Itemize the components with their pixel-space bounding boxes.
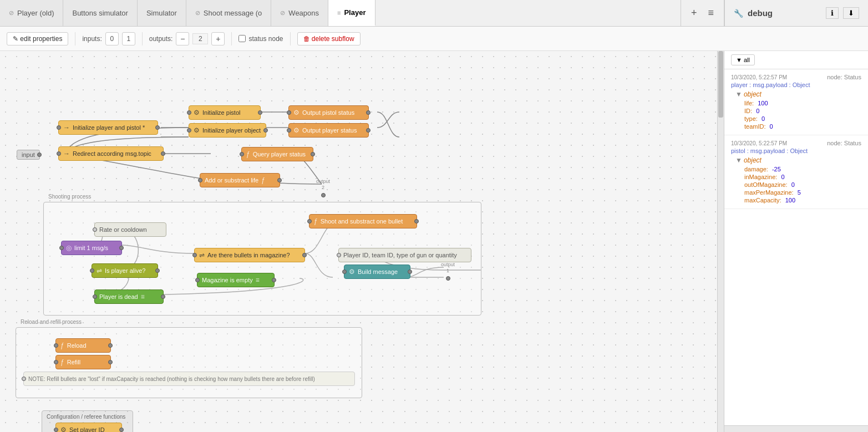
expand-icon-2[interactable]: ▼ bbox=[735, 156, 742, 164]
node-add-substract-life[interactable]: Add or substract life ƒ bbox=[200, 173, 280, 187]
node-set-player-id[interactable]: ⚙ Set player ID bbox=[55, 423, 122, 432]
port-right bbox=[155, 268, 160, 273]
port-right bbox=[119, 428, 124, 432]
debug-field-id: ID: 0 bbox=[735, 107, 861, 115]
port-right bbox=[302, 253, 307, 257]
port-right bbox=[408, 270, 412, 274]
tab-menu-button[interactable]: ≡ bbox=[704, 5, 717, 21]
outputs-count: 2 bbox=[192, 33, 208, 44]
list-icon: ≡ bbox=[141, 293, 145, 301]
outputs-minus-button[interactable]: − bbox=[176, 32, 189, 45]
node-reload[interactable]: ƒ Reload bbox=[55, 338, 111, 353]
node-init-player-obj[interactable]: ⚙ Initialize player object bbox=[189, 123, 266, 138]
debug-field-maxpermagazine: maxPerMagazine: 5 bbox=[735, 189, 861, 196]
node-player-dead[interactable]: Player is dead ≡ bbox=[94, 289, 164, 304]
port-right bbox=[272, 278, 276, 282]
port-left bbox=[57, 151, 61, 156]
port-left bbox=[59, 246, 64, 250]
debug-info-button[interactable]: ℹ bbox=[826, 7, 839, 19]
switch-icon2: ⇌ bbox=[199, 251, 205, 259]
outputs-plus-button[interactable]: + bbox=[211, 32, 225, 45]
node-shoot-substract[interactable]: ƒ Shoot and substract one bullet bbox=[309, 214, 417, 228]
port-right bbox=[108, 343, 113, 348]
func-icon10: ƒ bbox=[60, 358, 64, 366]
port-right bbox=[366, 128, 370, 133]
edit-properties-button[interactable]: ✎ edit properties bbox=[7, 32, 68, 45]
canvas-scrollbar[interactable] bbox=[717, 51, 724, 432]
port-left bbox=[187, 110, 191, 115]
node-redirect-msg[interactable]: → Redirect according msg.topic bbox=[58, 146, 164, 161]
node-build-message[interactable]: ⚙ Build message bbox=[344, 265, 410, 279]
scrollbar-thumb[interactable] bbox=[718, 51, 723, 118]
debug-toolbar: ▼ all bbox=[724, 51, 868, 69]
node-output-player-status[interactable]: ⚙ Output player status bbox=[288, 123, 369, 138]
node-query-player[interactable]: ƒ Query player status bbox=[241, 147, 313, 161]
node-magazine-empty[interactable]: Magazine is empty ≡ bbox=[197, 273, 275, 287]
expand-icon-1[interactable]: ▼ bbox=[735, 90, 742, 98]
node-bullets-magazine[interactable]: ⇌ Are there bullets in magazine? bbox=[194, 248, 305, 262]
func-icon: ⚙ bbox=[194, 109, 200, 116]
func-icon9: ƒ bbox=[60, 342, 64, 349]
flow-canvas[interactable]: input → Initialize player and pistol * →… bbox=[0, 51, 724, 432]
port-left bbox=[90, 268, 94, 273]
debug-panel-header: 🔧 debug ℹ ⬇ bbox=[724, 0, 868, 26]
port-left bbox=[307, 219, 312, 223]
add-tab-button[interactable]: + bbox=[688, 5, 701, 21]
debug-entry-1: 10/3/2020, 5:22:57 PM node: Status playe… bbox=[724, 69, 868, 135]
delete-subflow-button[interactable]: 🗑 delete subflow bbox=[297, 32, 361, 45]
tab-buttons-simulator[interactable]: Buttons simulator bbox=[63, 0, 137, 26]
status-node-checkbox[interactable] bbox=[238, 35, 246, 42]
func-icon11: ⚙ bbox=[60, 426, 67, 432]
tab-player-old[interactable]: ⊘ Player (old) bbox=[0, 0, 63, 26]
ban-icon: ⊘ bbox=[9, 9, 14, 17]
port-right bbox=[161, 151, 165, 156]
node-rate-cooldown[interactable]: Rate or cooldown bbox=[94, 222, 166, 237]
bug-icon: 🔧 bbox=[734, 9, 743, 18]
func-icon5: ƒ bbox=[246, 150, 250, 158]
port-left bbox=[287, 128, 291, 133]
debug-path-2: pistol : msg.payload : Object bbox=[731, 148, 861, 154]
inputs-minus-button[interactable]: 0 bbox=[105, 32, 119, 45]
debug-field-inmagazine: inMagazine: 0 bbox=[735, 173, 861, 181]
node-is-player-alive[interactable]: ⇌ Is player alive? bbox=[92, 263, 158, 278]
node-limit-msg[interactable]: ◎ limit 1 msg/s bbox=[61, 241, 122, 255]
ban-icon2: ⊘ bbox=[195, 9, 200, 17]
output1-port bbox=[446, 276, 450, 281]
debug-field-life: life: 100 bbox=[735, 99, 861, 107]
debug-node-2: node: Status bbox=[827, 140, 861, 146]
input-node: input bbox=[17, 150, 40, 160]
inputs-plus-button[interactable]: 1 bbox=[122, 32, 135, 45]
debug-tree-2: ▼ object damage: -25 inMagazine: 0 outOf… bbox=[731, 156, 861, 204]
debug-timestamp-1: 10/3/2020, 5:22:57 PM bbox=[731, 74, 787, 80]
toolbar-separator-4 bbox=[290, 32, 291, 45]
port-left bbox=[195, 278, 200, 282]
debug-export-button[interactable]: ⬇ bbox=[843, 7, 859, 19]
grid-icon: ≡ bbox=[337, 9, 341, 16]
debug-field-outofmagazine: outOfMagazine: 0 bbox=[735, 181, 861, 189]
debug-filter-button[interactable]: ▼ all bbox=[731, 54, 755, 65]
node-init-pistol[interactable]: ⚙ Initialize pistol bbox=[189, 105, 261, 120]
func-icon2: ⚙ bbox=[194, 126, 200, 134]
tab-player[interactable]: ≡ Player bbox=[328, 0, 375, 26]
arrow-icon2: → bbox=[63, 150, 70, 157]
tab-bar: ⊘ Player (old) Buttons simulator Simulat… bbox=[0, 0, 868, 27]
status-node-checkbox-label[interactable]: status node bbox=[238, 35, 283, 43]
outputs-section: outputs: − 2 + bbox=[149, 32, 225, 45]
group-shooting-label: Shooting process bbox=[48, 194, 91, 200]
node-initialize-player-pistol[interactable]: → Initialize player and pistol * bbox=[58, 120, 158, 135]
func-icon7: ƒ bbox=[314, 217, 318, 225]
port-right bbox=[263, 128, 268, 133]
node-refill[interactable]: ƒ Refill bbox=[55, 355, 111, 369]
port-right bbox=[108, 360, 113, 364]
port-left bbox=[54, 343, 58, 348]
port-right bbox=[311, 152, 315, 156]
node-output-pistol-status[interactable]: ⚙ Output pistol status bbox=[288, 105, 369, 120]
debug-scrollbar[interactable] bbox=[724, 425, 868, 432]
node-player-id-team[interactable]: Player ID, team ID, type of gun or quant… bbox=[338, 248, 471, 262]
tab-weapons[interactable]: ⊘ Weapons bbox=[271, 0, 328, 26]
tab-shoot-message[interactable]: ⊘ Shoot message (o bbox=[186, 0, 272, 26]
toolbar: ✎ edit properties inputs: 0 1 outputs: −… bbox=[0, 27, 868, 51]
debug-field-damage: damage: -25 bbox=[735, 165, 861, 173]
limit-icon: ◎ bbox=[66, 244, 72, 252]
tab-simulator[interactable]: Simulator bbox=[138, 0, 186, 26]
